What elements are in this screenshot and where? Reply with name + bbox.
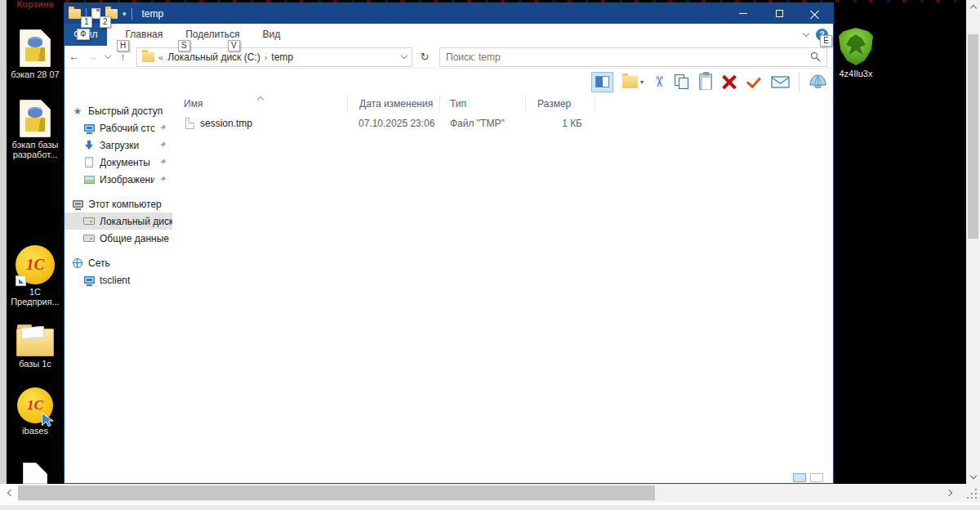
file-icon <box>185 118 194 129</box>
pin-icon <box>159 141 167 149</box>
pictures-icon <box>84 176 95 184</box>
search-input[interactable]: Поиск: temp <box>439 47 827 67</box>
cut-button[interactable]: ✂ <box>649 75 667 87</box>
divider <box>799 72 800 92</box>
sidebar-label: Этот компьютер <box>88 199 162 210</box>
address-dropdown-chevron-icon[interactable] <box>402 51 407 63</box>
refresh-button[interactable]: ↻ <box>415 51 434 63</box>
sidebar-section-network[interactable]: Сеть <box>65 254 172 271</box>
recent-locations-chevron-icon[interactable] <box>102 51 113 63</box>
file-size: 1 КБ <box>526 118 595 129</box>
maximize-button[interactable] <box>761 3 797 24</box>
column-headers: Имя Дата изменения Тип Размер <box>172 95 833 113</box>
copy-button[interactable] <box>674 74 690 90</box>
recycle-bin-label[interactable]: Корзина <box>7 0 64 9</box>
1c-shortcut-icon: 1С <box>17 387 53 423</box>
desktop-icon-label: 4z4Ilu3x <box>830 69 882 78</box>
dropdown-chevron-icon[interactable]: ▾ <box>640 78 644 86</box>
downloads-icon <box>85 141 93 150</box>
pin-icon <box>159 124 167 132</box>
minimize-icon <box>739 13 747 14</box>
sidebar-item-tsclient[interactable]: tsclient <box>65 271 172 289</box>
viewer-left-edge <box>0 0 7 484</box>
quick-access-star-icon: ★ <box>72 105 83 117</box>
preview-pane-button[interactable] <box>591 72 613 92</box>
details-view-button[interactable] <box>793 473 806 482</box>
breadcrumb-drive[interactable]: Локальный диск (C:) <box>167 51 261 63</box>
shell-settings-button[interactable] <box>808 74 827 90</box>
qat-customize-chevron-icon[interactable]: ▾ <box>122 10 127 18</box>
maximize-icon <box>776 10 783 17</box>
desktop-icon-label: базы 1с <box>7 359 64 369</box>
location-folder-icon <box>142 52 154 62</box>
back-button[interactable]: ← <box>66 51 82 63</box>
horizontal-scrollbar-thumb[interactable] <box>18 485 655 500</box>
column-header-type[interactable]: Тип <box>440 95 526 113</box>
keytip-2: 2 <box>100 16 111 28</box>
sidebar-section-this-pc[interactable]: Этот компьютер <box>65 195 172 212</box>
desktop-icon-ibases[interactable]: 1С ibases <box>7 387 64 436</box>
confirm-button[interactable] <box>746 74 762 89</box>
column-header-name[interactable]: Имя <box>172 95 348 113</box>
icons-view-button[interactable] <box>810 473 823 482</box>
1c-app-icon: 1С <box>16 245 55 284</box>
desktop-icon-backup2[interactable]: бэкап базы разработ... <box>7 100 64 159</box>
minimize-button[interactable] <box>725 3 761 24</box>
quick-access-toolbar: ▾ temp <box>65 8 163 20</box>
expand-ribbon-chevron-icon[interactable] <box>803 30 809 37</box>
sort-ascending-icon <box>257 96 264 103</box>
sidebar-item-downloads[interactable]: Загрузки <box>65 136 172 154</box>
desktop-icon-label: бэкап 28 07 <box>7 69 64 79</box>
file-modified: 07.10.2025 23:06 <box>348 118 440 129</box>
network-drive-icon <box>83 235 95 242</box>
breadcrumb-overflow[interactable]: « <box>158 52 163 62</box>
sidebar-label: tsclient <box>100 275 130 286</box>
desktop-icon-bases-folder[interactable]: базы 1с <box>7 324 64 369</box>
tab-view[interactable]: Вид <box>255 24 287 46</box>
vertical-scrollbar[interactable] <box>966 0 980 484</box>
forward-button[interactable]: → <box>84 51 100 63</box>
explorer-window: ▾ temp 1 2 Файл Главная Поделиться Вид Ф… <box>64 2 834 484</box>
sidebar-item-desktop[interactable]: Рабочий стол <box>65 119 172 136</box>
window-controls <box>725 3 833 24</box>
window-title: temp <box>142 8 164 20</box>
column-header-modified[interactable]: Дата изменения <box>348 95 440 113</box>
desktop-icons-left: Корзина бэкап 28 07 бэкап базы разработ.… <box>7 0 64 484</box>
file-row-session-tmp[interactable]: session.tmp 07.10.2025 23:06 Файл "TMP" … <box>172 115 833 132</box>
title-bar[interactable]: ▾ temp 1 2 <box>65 3 833 24</box>
sidebar-item-pictures[interactable]: Изображения <box>65 171 172 188</box>
scroll-up-button[interactable] <box>966 0 980 14</box>
email-button[interactable] <box>771 76 790 88</box>
pin-icon <box>159 159 167 166</box>
main-content: ★ Быстрый доступ Рабочий стол Загрузки Д… <box>65 95 833 473</box>
custom-toolbar: ▾ ✂ <box>65 69 833 95</box>
sidebar-item-shared-data-k[interactable]: Общие данные (K: <box>65 230 172 247</box>
scroll-right-button[interactable] <box>938 484 962 502</box>
sidebar-section-quick-access[interactable]: ★ Быстрый доступ <box>65 102 172 119</box>
partial-document-icon[interactable] <box>23 463 47 484</box>
scroll-left-button[interactable] <box>0 484 18 502</box>
breadcrumb-current[interactable]: temp <box>271 51 293 63</box>
keytip-view: V <box>228 40 240 51</box>
up-button[interactable]: ↑ <box>115 51 131 63</box>
desktop-icon-4z4ilu3x[interactable]: 4z4Ilu3x <box>830 28 882 78</box>
close-button[interactable] <box>797 3 833 24</box>
resize-grip-icon[interactable] <box>967 487 978 499</box>
paste-button[interactable] <box>699 74 712 90</box>
desktop-icon-backup1[interactable]: бэкап 28 07 <box>7 29 64 79</box>
column-header-size[interactable]: Размер <box>526 95 595 113</box>
desktop-icon-label: бэкап базы разработ... <box>7 140 64 159</box>
delete-button[interactable] <box>721 74 737 90</box>
vertical-scrollbar-thumb[interactable] <box>968 34 978 239</box>
sidebar-item-local-disk-c[interactable]: Локальный диск (С <box>65 212 172 230</box>
sidebar-label: Быстрый доступ <box>88 105 163 117</box>
search-icon <box>810 51 821 62</box>
scroll-down-button[interactable] <box>966 470 980 484</box>
tsclient-icon <box>84 276 95 284</box>
desktop-icon-1c-enterprise[interactable]: 1С 1С Предприя... <box>7 245 64 306</box>
sidebar-item-documents[interactable]: Документы <box>65 154 172 171</box>
new-folder-icon <box>622 76 638 88</box>
shell-icon <box>808 74 827 90</box>
new-folder-button[interactable]: ▾ <box>622 76 644 88</box>
horizontal-scrollbar[interactable] <box>0 484 980 502</box>
